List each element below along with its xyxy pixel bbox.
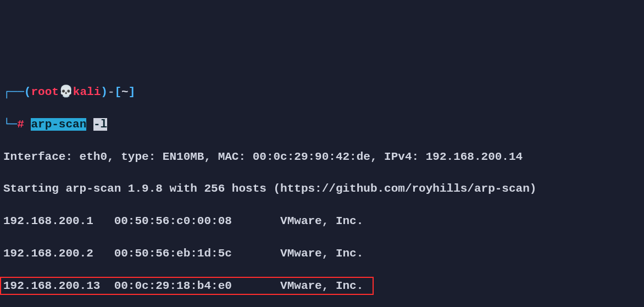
prompt-dash: - [108,86,115,98]
prompt-box-bottom: └─ [3,118,17,131]
vendor: VMware, Inc. [232,215,363,227]
skull-icon: 💀 [59,86,73,98]
prompt-paren-close: ) [101,86,108,98]
output-interface: Interface: eth0, type: EN10MB, MAC: 00:0… [3,149,641,165]
command-name[interactable]: arp-scan [31,118,86,131]
mac: 00:50:56:c0:00:08 [107,215,232,227]
prompt-line-2: └─# arp-scan -l [3,116,641,132]
output-starting: Starting arp-scan 1.9.8 with 256 hosts (… [3,181,641,197]
vendor: VMware, Inc. [232,280,363,292]
prompt-cwd: ~ [121,86,129,98]
prompt-line-1: ┌──(root💀kali)-[~] [3,84,641,100]
result-row-1: 192.168.200.1 00:50:56:c0:00:08 VMware, … [3,213,641,229]
prompt-user: root [31,86,58,98]
prompt-bracket-open: [ [114,86,121,98]
prompt-bracket-close: ] [129,86,136,98]
result-row-3-highlighted: 192.168.200.13 00:0c:29:18:b4:e0 VMware,… [3,278,641,294]
highlight-box: 192.168.200.13 00:0c:29:18:b4:e0 VMware,… [0,277,374,295]
ip: 192.168.200.1 [3,215,107,227]
ip: 192.168.200.2 [3,247,107,260]
command-flag[interactable]: -l [93,118,107,131]
prompt-host: kali [73,86,101,98]
mac: 00:0c:29:18:b4:e0 [107,280,232,292]
vendor: VMware, Inc. [232,247,363,260]
prompt-paren-open: ( [24,86,31,98]
result-row-2: 192.168.200.2 00:50:56:eb:1d:5c VMware, … [3,245,641,261]
prompt-box-top: ┌── [3,86,24,98]
mac: 00:50:56:eb:1d:5c [107,247,232,260]
ip: 192.168.200.13 [3,280,107,292]
terminal-window[interactable]: ┌──(root💀kali)-[~] └─# arp-scan -l Inter… [3,68,641,307]
prompt-hash: # [17,118,24,131]
